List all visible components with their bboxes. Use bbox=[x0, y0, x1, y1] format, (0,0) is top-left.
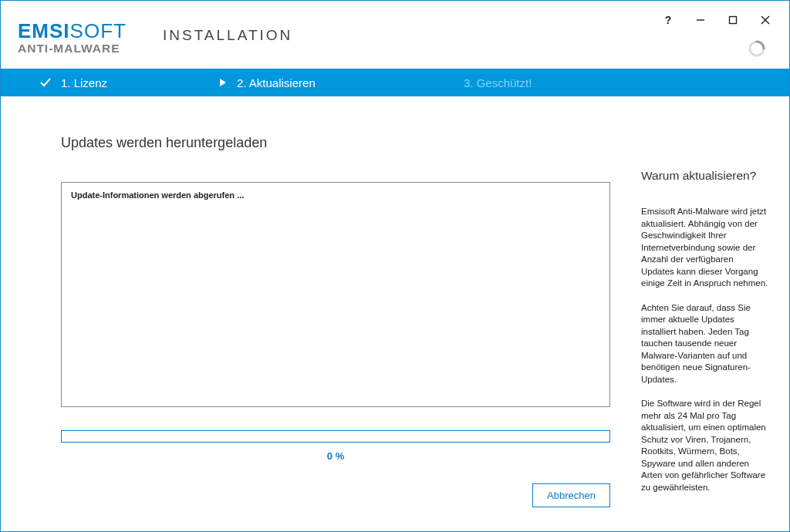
step-aktualisieren[interactable]: 2. Aktualisieren bbox=[218, 76, 316, 89]
progress-percent: 0 % bbox=[61, 450, 610, 462]
step-aktualisieren-label: 2. Aktualisieren bbox=[237, 76, 316, 89]
maximize-button[interactable] bbox=[717, 8, 749, 32]
help-button[interactable]: ? bbox=[652, 8, 684, 32]
step-lizenz-label: 1. Lizenz bbox=[61, 76, 107, 89]
app-title: INSTALLATION bbox=[163, 27, 292, 44]
sidebar-paragraph-3: Die Software wird in der Regel mehr als … bbox=[641, 398, 768, 493]
progress-bar bbox=[61, 430, 610, 443]
play-icon bbox=[218, 78, 228, 87]
progress-section: 0 % bbox=[61, 430, 613, 462]
main-heading: Updates werden heruntergeladen bbox=[61, 135, 613, 151]
svg-rect-1 bbox=[730, 17, 737, 24]
body: Updates werden heruntergeladen Update-In… bbox=[1, 96, 789, 531]
step-bar: 1. Lizenz 2. Aktualisieren 3. Geschützt! bbox=[1, 69, 789, 96]
cancel-button[interactable]: Abbrechen bbox=[532, 483, 610, 507]
window-controls: ? bbox=[652, 8, 782, 32]
brand-logo: EMSISOFT ANTI-MALWARE bbox=[18, 21, 127, 55]
sidebar-paragraph-1: Emsisoft Anti-Malware wird jetzt aktuali… bbox=[641, 206, 768, 290]
minimize-icon bbox=[696, 15, 705, 25]
titlebar: EMSISOFT ANTI-MALWARE INSTALLATION ? bbox=[1, 1, 789, 69]
step-geschuetzt-label: 3. Geschützt! bbox=[464, 76, 532, 89]
brand-soft: SOFT bbox=[70, 19, 127, 42]
main-column: Updates werden heruntergeladen Update-In… bbox=[61, 135, 613, 507]
log-line: Update-Informationen werden abgerufen ..… bbox=[71, 190, 600, 200]
brand-emsi: EMSI bbox=[18, 19, 70, 42]
app-window: EMSISOFT ANTI-MALWARE INSTALLATION ? bbox=[0, 0, 790, 532]
maximize-icon bbox=[728, 15, 738, 25]
button-row: Abbrechen bbox=[61, 483, 610, 507]
step-lizenz[interactable]: 1. Lizenz bbox=[39, 76, 107, 89]
brand-line2: ANTI-MALWARE bbox=[18, 42, 127, 55]
close-icon bbox=[761, 15, 770, 25]
info-sidebar: Warum aktualisieren? Emsisoft Anti-Malwa… bbox=[641, 169, 768, 506]
close-button[interactable] bbox=[749, 8, 782, 32]
brand-line1: EMSISOFT bbox=[18, 21, 127, 41]
update-log: Update-Informationen werden abgerufen ..… bbox=[61, 182, 610, 407]
loading-spinner-icon bbox=[748, 39, 766, 58]
check-icon bbox=[39, 76, 52, 89]
sidebar-heading: Warum aktualisieren? bbox=[641, 169, 768, 183]
minimize-button[interactable] bbox=[684, 8, 717, 32]
sidebar-paragraph-2: Achten Sie darauf, dass Sie immer aktuel… bbox=[641, 302, 768, 386]
step-geschuetzt: 3. Geschützt! bbox=[464, 76, 532, 89]
